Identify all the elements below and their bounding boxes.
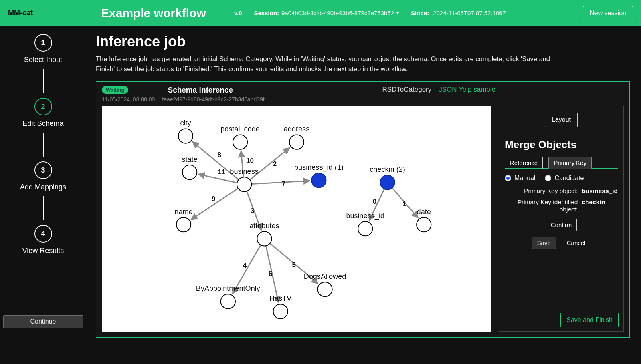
workflow-steps-sidebar: 1Select Input2Edit Schema3Add Mappings4V… [0,26,86,364]
edge-label: 10 [246,157,254,164]
save-and-finish-button[interactable]: Save and Finish [560,313,619,327]
svg-point-6 [311,173,326,187]
node-label: state [182,155,197,163]
graph-edge[interactable] [191,188,238,219]
brand: MM-cat [8,9,33,17]
graph-node[interactable]: postal_code [220,125,260,149]
pk-ident-value: checkin [582,199,618,213]
new-session-button[interactable]: New session [583,6,633,20]
confirm-button[interactable]: Confirm [546,219,577,231]
node-label: attributes [249,222,279,230]
svg-point-0 [237,177,251,191]
node-label: date [417,207,431,215]
graph-node[interactable]: name [174,207,192,231]
step-number-circle: 4 [34,225,52,243]
graph-node[interactable]: checkin (2) [370,165,405,189]
radio-candidate[interactable]: Candidate [545,175,584,182]
svg-point-3 [289,135,304,149]
graph-node[interactable]: DogsAllowed [304,272,346,296]
tab-primary-key[interactable]: Primary Key [548,157,592,169]
pk-ident-label: Primary Key identified object: [505,199,578,213]
graph-node[interactable]: business_id [346,211,384,235]
job-timestamp: 11/05/2024, 08:08:00 [102,96,155,103]
graph-node[interactable]: business [230,167,258,191]
node-label: business_id [346,211,384,220]
node-label: checkin (2) [370,165,405,173]
graph-node[interactable]: state [182,155,197,179]
node-label: city [180,119,191,127]
version-chip: v.0 [234,10,242,16]
edge-label: 11 [218,168,226,176]
step-connector [43,133,44,157]
graph-node[interactable]: date [417,207,431,231]
svg-point-5 [176,217,191,231]
step-connector [43,196,44,220]
node-label: DogsAllowed [304,272,346,280]
top-bar: MM-cat Example workflow v.0 Session: 9a0… [0,0,641,26]
svg-point-2 [233,135,247,149]
job-title: Schema inference [168,86,233,95]
edge-label: 5 [292,261,296,269]
job-category: RSDToCategory [382,86,431,94]
node-label: name [174,207,192,215]
edge-label: 4 [243,262,247,269]
step-number-circle: 1 [34,34,52,52]
schema-graph-canvas[interactable]: 81021197346501businesscitypostal_codeadd… [102,106,491,332]
save-button[interactable]: Save [532,237,556,249]
step-connector [43,69,44,93]
edge-label: 1 [402,200,406,207]
svg-point-9 [273,304,288,318]
tab-reference[interactable]: Reference [505,157,543,169]
edge-label: 3 [251,207,255,214]
pk-object-value: business_id [582,187,618,195]
step-number-circle: 3 [34,161,52,179]
node-label: ByAppointmentOnly [196,284,261,292]
job-guid: feae2d97-9d80-49df-b9c2-27b3d5abd39f [162,96,264,103]
step-number-circle: 2 [34,98,52,115]
page-description: The Inference job has generated an initi… [96,54,569,74]
graph-node[interactable]: HasTV [269,294,291,318]
node-label: postal_code [220,125,260,133]
graph-node[interactable]: business_id (1) [294,163,344,187]
pk-object-label: Primary Key object: [505,187,578,195]
workflow-step[interactable]: 1Select Input [0,34,86,64]
edge-label: 8 [217,151,221,159]
svg-point-12 [358,221,372,236]
graph-node[interactable]: ByAppointmentOnly [196,284,261,308]
step-label: Add Mappings [20,183,66,191]
svg-point-8 [221,294,235,308]
workflow-step[interactable]: 2Edit Schema [0,98,86,128]
radio-candidate-label: Candidate [554,175,584,182]
graph-node[interactable]: attributes [249,222,279,246]
since-chip: Since: 2024-11-05T07:07:52.106Z [411,10,506,16]
since-value: 2024-11-05T07:07:52.106Z [433,10,506,16]
radio-manual[interactable]: Manual [505,175,535,182]
svg-point-11 [380,175,394,189]
session-dropdown[interactable]: Session: 9a04b03d-3cfd-490b-93b6-879c3e7… [254,10,399,16]
radio-icon [505,175,511,181]
graph-node[interactable]: city [178,119,193,143]
node-label: business_id (1) [294,163,344,172]
layout-button[interactable]: Layout [545,113,578,127]
cancel-button[interactable]: Cancel [562,237,591,249]
session-label: Session: [254,10,279,16]
node-label: business [230,167,258,175]
svg-point-13 [417,217,431,231]
continue-button[interactable]: Continue [3,315,83,328]
page-heading: Inference job [96,33,630,50]
svg-point-10 [317,282,332,296]
edge-label: 6 [269,270,273,278]
merge-heading: Merge Objects [505,139,618,151]
job-source[interactable]: JSON Yelp sample [439,86,495,94]
step-label: Edit Schema [22,119,63,128]
edge-label: 2 [273,160,277,168]
svg-point-1 [178,129,193,143]
session-value: 9a04b03d-3cfd-490b-93b6-879c3e753b52 [281,10,394,16]
workflow-step[interactable]: 3Add Mappings [0,161,86,191]
graph-node[interactable]: address [284,125,309,149]
graph-edge[interactable] [251,181,310,184]
radio-manual-label: Manual [514,175,535,182]
status-badge: Waiting [102,86,128,94]
workflow-step[interactable]: 4View Results [0,225,86,255]
edge-label: 7 [282,180,286,188]
